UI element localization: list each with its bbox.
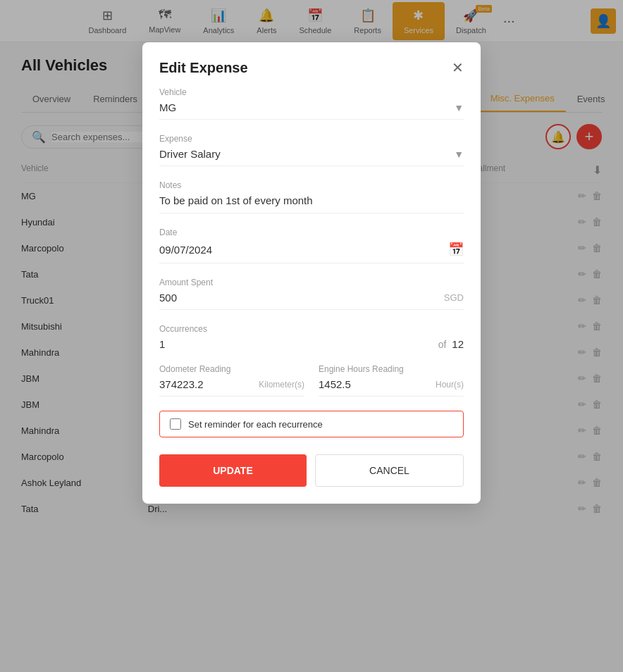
date-picker[interactable]: 09/07/2024 📅 bbox=[159, 242, 464, 263]
vehicle-field: Vehicle MG ▼ bbox=[159, 87, 464, 120]
modal-header: Edit Expense ✕ bbox=[142, 42, 481, 87]
reminder-label: Set reminder for each recurrence bbox=[188, 419, 323, 430]
engine-value: 1452.5 bbox=[319, 378, 351, 390]
amount-value: 500 bbox=[159, 292, 177, 304]
vehicle-select[interactable]: MG ▼ bbox=[159, 101, 464, 120]
occurrences-total: 12 bbox=[452, 338, 464, 350]
cancel-button[interactable]: CANCEL bbox=[315, 454, 464, 487]
notes-field: Notes To be paid on 1st of every month bbox=[159, 180, 464, 213]
update-button[interactable]: UPDATE bbox=[159, 454, 307, 487]
odometer-field: Odometer Reading 374223.2 Kilometer(s) bbox=[159, 364, 304, 397]
date-value: 09/07/2024 bbox=[159, 244, 212, 256]
notes-label: Notes bbox=[159, 180, 464, 190]
expense-chevron-icon: ▼ bbox=[454, 149, 464, 160]
engine-label: Engine Hours Reading bbox=[319, 364, 464, 374]
edit-expense-modal: Edit Expense ✕ Vehicle MG ▼ Expense Driv… bbox=[142, 42, 481, 504]
occurrences-of-text: of bbox=[438, 339, 447, 350]
currency-label: SGD bbox=[444, 292, 464, 303]
vehicle-chevron-icon: ▼ bbox=[454, 102, 464, 113]
odometer-value: 374223.2 bbox=[159, 378, 204, 390]
close-modal-button[interactable]: ✕ bbox=[452, 59, 464, 76]
amount-label: Amount Spent bbox=[159, 278, 464, 287]
reminder-row: Set reminder for each recurrence bbox=[159, 411, 464, 437]
occurrences-label: Occurrences bbox=[159, 324, 464, 334]
odometer-unit: Kilometer(s) bbox=[259, 380, 304, 390]
vehicle-value: MG bbox=[159, 101, 176, 113]
date-label: Date bbox=[159, 228, 464, 237]
modal-title: Edit Expense bbox=[159, 60, 248, 76]
engine-input[interactable]: 1452.5 Hour(s) bbox=[319, 378, 464, 397]
occurrences-values: 1 of 12 bbox=[159, 338, 464, 350]
engine-unit: Hour(s) bbox=[436, 380, 464, 390]
expense-select[interactable]: Driver Salary ▼ bbox=[159, 148, 464, 166]
expense-label: Expense bbox=[159, 134, 464, 144]
notes-input[interactable]: To be paid on 1st of every month bbox=[159, 194, 464, 213]
vehicle-label: Vehicle bbox=[159, 87, 464, 97]
occurrences-field: Occurrences 1 of 12 bbox=[159, 324, 464, 350]
modal-footer: UPDATE CANCEL bbox=[159, 454, 464, 487]
odometer-label: Odometer Reading bbox=[159, 364, 304, 374]
expense-field: Expense Driver Salary ▼ bbox=[159, 134, 464, 166]
calendar-icon: 📅 bbox=[448, 242, 464, 257]
date-field: Date 09/07/2024 📅 bbox=[159, 228, 464, 263]
occurrences-current[interactable]: 1 bbox=[159, 338, 433, 350]
amount-field: Amount Spent 500 SGD bbox=[159, 278, 464, 310]
odometer-input[interactable]: 374223.2 Kilometer(s) bbox=[159, 378, 304, 397]
modal-body: Vehicle MG ▼ Expense Driver Salary ▼ Not… bbox=[142, 87, 481, 504]
notes-value: To be paid on 1st of every month bbox=[159, 194, 313, 206]
readings-row: Odometer Reading 374223.2 Kilometer(s) E… bbox=[159, 364, 464, 397]
engine-hours-field: Engine Hours Reading 1452.5 Hour(s) bbox=[319, 364, 464, 397]
reminder-checkbox[interactable] bbox=[170, 418, 181, 430]
expense-value: Driver Salary bbox=[159, 148, 221, 160]
modal-overlay: Edit Expense ✕ Vehicle MG ▼ Expense Driv… bbox=[0, 0, 623, 672]
amount-input[interactable]: 500 SGD bbox=[159, 292, 464, 310]
